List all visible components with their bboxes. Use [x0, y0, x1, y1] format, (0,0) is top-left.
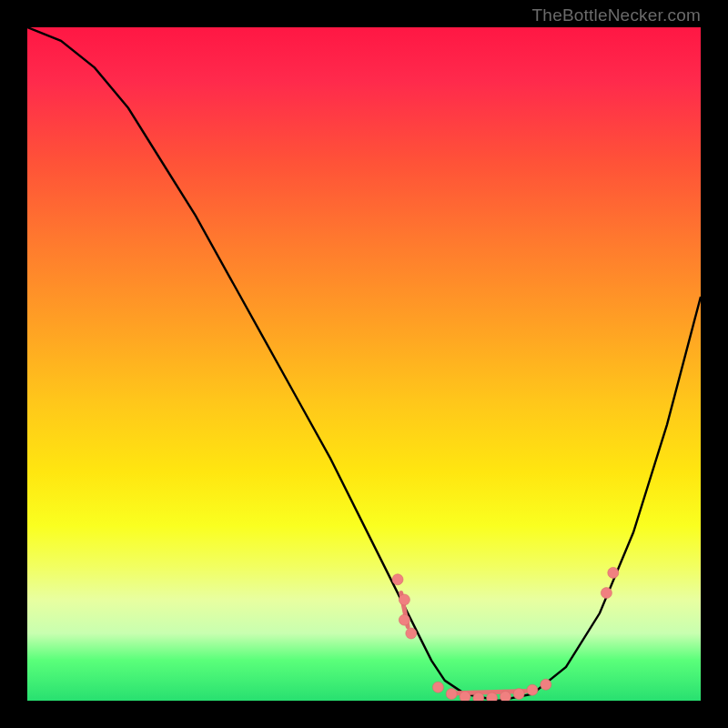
data-point: [460, 692, 470, 701]
data-point: [601, 588, 612, 599]
data-point: [608, 567, 619, 578]
bottleneck-curve: [27, 27, 701, 701]
data-point: [406, 628, 417, 639]
data-point: [500, 692, 511, 701]
data-point: [487, 693, 498, 701]
data-point: [392, 574, 403, 585]
data-point: [432, 682, 443, 693]
data-point: [399, 614, 410, 625]
data-point: [473, 693, 484, 701]
data-point: [527, 684, 538, 695]
chart-frame: TheBottleNecker.com: [0, 0, 728, 728]
marker-dots: [392, 567, 619, 701]
curve-layer: [27, 27, 701, 701]
data-point: [446, 689, 457, 700]
data-point: [541, 679, 551, 690]
plot-area: [27, 27, 701, 701]
marker-dashes: [401, 593, 526, 693]
data-point: [399, 594, 410, 605]
data-point: [513, 689, 524, 700]
watermark-text: TheBottleNecker.com: [532, 5, 701, 25]
